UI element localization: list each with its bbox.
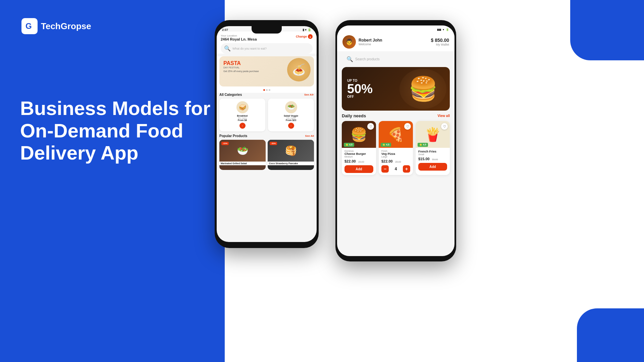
salad-price: From $23 bbox=[271, 119, 311, 121]
promo-banner: PASTA DAY FESTIVAL Get 25% off every pas… bbox=[219, 56, 314, 86]
view-all-button[interactable]: View all bbox=[437, 114, 450, 118]
fries-size: Small bbox=[418, 153, 447, 156]
breakfast-name: Breakfast bbox=[223, 115, 262, 117]
breakfast-arrow: › bbox=[239, 123, 246, 129]
burger-pricing: $22.00 25.00 bbox=[344, 158, 373, 164]
popular-item-1[interactable]: -15% 🥗 Marinated Grilled Salad bbox=[219, 140, 266, 170]
pizza-qty-minus[interactable]: − bbox=[381, 165, 389, 173]
pizza-qty-control: − 4 + bbox=[381, 165, 410, 173]
burger-name: Cheese Burger bbox=[344, 152, 373, 156]
hero-title: Business Models for On-Demand Food Deliv… bbox=[20, 97, 215, 164]
pizza-pricing: $22.00 25.00 bbox=[381, 158, 410, 164]
categories-see-all[interactable]: See All › bbox=[304, 93, 314, 96]
pizza-heart-btn[interactable]: ♡ bbox=[404, 123, 411, 130]
fries-name: French Fries bbox=[418, 150, 447, 153]
phone2-search-icon: 🔍 bbox=[346, 56, 353, 62]
discount-badge-1: -15% bbox=[221, 142, 229, 145]
location-address: 2464 Royal Ln. Mesa bbox=[221, 37, 257, 41]
burger-heart-btn[interactable]: ♡ bbox=[367, 123, 374, 130]
phone2-search[interactable]: 🔍 Search products bbox=[342, 53, 450, 65]
fries-price: $15.00 bbox=[418, 157, 430, 161]
categories-row: 🥪 Breakfast 30+ menu From $8 › 🥗 Salad V… bbox=[219, 99, 314, 131]
wallet-label: My Wallet bbox=[431, 43, 449, 46]
phone1-search-placeholder: What do you want to eat? bbox=[232, 47, 267, 50]
hero-burger-image: 🍔 bbox=[399, 69, 446, 109]
location-row: Your Location 2464 Royal Ln. Mesa Change… bbox=[221, 34, 313, 41]
user-details: Robert John Welcome bbox=[359, 38, 382, 46]
hero-section: Business Models for On-Demand Food Deliv… bbox=[20, 97, 215, 164]
phone2-wifi: ▾ bbox=[443, 28, 444, 31]
fries-heart-btn[interactable]: ♡ bbox=[441, 123, 448, 130]
phone2-status-bar: ▮▮▮ ▾ 🔋 bbox=[337, 25, 454, 33]
burger-price: $22.00 bbox=[344, 159, 356, 163]
bg-top-right bbox=[570, 0, 644, 60]
categories-title: All Categories bbox=[219, 93, 242, 97]
products-row: 🍔 ♡ ⭐ 4.5 Dominos Cheese Burger Medium $… bbox=[342, 121, 450, 175]
categories-header: All Categories See All › bbox=[219, 93, 314, 97]
categories-section: All Categories See All › 🥪 Breakfast 30+… bbox=[217, 93, 317, 173]
pizza-price: $22.00 bbox=[381, 159, 393, 163]
burger-info: Dominos Cheese Burger Medium $22.00 25.0… bbox=[342, 148, 376, 175]
fries-rating: ⭐ 4.5 bbox=[418, 143, 428, 147]
phone1-notch bbox=[252, 26, 282, 34]
hero-banner-badge: UP TO 50% OFF bbox=[347, 79, 373, 99]
user-info: 👨 Robert John Welcome bbox=[342, 35, 382, 49]
discount-badge-2: -35% bbox=[270, 142, 277, 145]
popular-item-2[interactable]: -35% 🥞 Coco Strawberry Pancake bbox=[268, 140, 314, 170]
bg-bottom-right bbox=[577, 308, 644, 362]
pizza-info: Fresh Veg Pizza Large $22.00 25.00 − 4 + bbox=[379, 148, 413, 175]
phone1-time: 2:07 bbox=[222, 28, 228, 32]
hero-banner: UP TO 50% OFF 🍔 bbox=[342, 67, 450, 111]
burger-store: Dominos bbox=[344, 150, 373, 152]
pizza-store: Fresh bbox=[381, 150, 410, 152]
popular-see-all[interactable]: See All bbox=[305, 134, 314, 137]
change-icon: ▲ bbox=[308, 34, 313, 39]
phone1-screen: 2:07 ▮ ▾ 🔋 Your Location 2464 Royal Ln. … bbox=[217, 26, 317, 242]
fries-pricing: $15.00 55.00 bbox=[418, 156, 447, 162]
breakfast-price: From $8 bbox=[223, 119, 262, 121]
daily-needs-section: Daily needs View all 🍔 ♡ ⭐ 4.5 Dominos C… bbox=[337, 113, 454, 175]
fries-add-button[interactable]: Add bbox=[418, 163, 447, 171]
logo-text: TechGropse bbox=[41, 21, 91, 32]
category-breakfast[interactable]: 🥪 Breakfast 30+ menu From $8 › bbox=[219, 99, 265, 131]
popular-name-1: Marinated Grilled Salad bbox=[219, 162, 266, 165]
pizza-qty: 4 bbox=[395, 167, 397, 171]
pizza-name: Veg Pizza bbox=[381, 152, 410, 156]
fries-old-price: 55.00 bbox=[432, 158, 438, 161]
category-salad[interactable]: 🥗 Salad Veggie 13+ menu From $23 › bbox=[268, 99, 314, 131]
user-avatar: 👨 bbox=[342, 35, 356, 49]
bg-left bbox=[0, 0, 225, 362]
svg-text:G: G bbox=[25, 21, 32, 31]
pizza-size: Large bbox=[381, 156, 410, 158]
salad-name: Salad Veggie bbox=[271, 115, 311, 117]
phone2-screen: ▮▮▮ ▾ 🔋 👨 Robert John Welcome $ 850.00 M… bbox=[337, 25, 454, 256]
salad-arrow: › bbox=[288, 123, 294, 129]
salad-icon: 🥗 bbox=[285, 101, 297, 113]
user-name: Robert John bbox=[359, 38, 382, 43]
popular-name-2: Coco Strawberry Pancake bbox=[268, 162, 314, 165]
burger-add-button[interactable]: Add bbox=[344, 165, 373, 173]
pizza-rating: ⭐ 4.5 bbox=[381, 143, 391, 147]
phone2-user-header: 👨 Robert John Welcome $ 850.00 My Wallet bbox=[337, 33, 454, 51]
breakfast-icon: 🥪 bbox=[236, 101, 249, 113]
logo-icon: G bbox=[21, 18, 38, 34]
popular-row: -15% 🥗 Marinated Grilled Salad -35% 🥞 Co… bbox=[219, 140, 314, 170]
phone2-signal: ▮▮▮ bbox=[437, 28, 441, 31]
product-french-fries: 🍟 ♡ ⭐ 4.5 French Fries Small $15.00 55.0… bbox=[416, 121, 450, 175]
phone1-icons: ▮ ▾ 🔋 bbox=[303, 28, 311, 32]
pizza-qty-plus[interactable]: + bbox=[403, 165, 410, 173]
dot-1 bbox=[263, 89, 265, 91]
location-info: Your Location 2464 Royal Ln. Mesa bbox=[221, 34, 257, 41]
burger-rating: ⭐ 4.5 bbox=[344, 143, 354, 147]
wallet-info: $ 850.00 My Wallet bbox=[431, 38, 449, 46]
change-location-button[interactable]: Change ▲ bbox=[296, 34, 313, 39]
daily-needs-title: Daily needs bbox=[342, 113, 366, 118]
pizza-old-price: 25.00 bbox=[395, 161, 401, 163]
phone1-search-bar[interactable]: 🔍 What do you want to eat? bbox=[221, 43, 313, 54]
wallet-amount: $ 850.00 bbox=[431, 38, 449, 43]
banner-dots bbox=[219, 89, 314, 91]
phone1-header-content: Your Location 2464 Royal Ln. Mesa Change… bbox=[217, 32, 317, 54]
phone2: ▮▮▮ ▾ 🔋 👨 Robert John Welcome $ 850.00 M… bbox=[335, 20, 456, 261]
user-welcome: Welcome bbox=[359, 43, 382, 46]
burger-old-price: 25.00 bbox=[358, 161, 364, 163]
